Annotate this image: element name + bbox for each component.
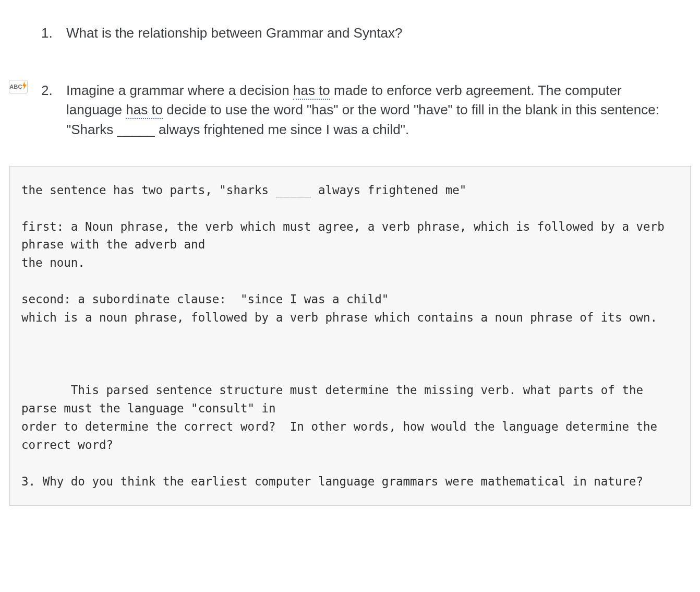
question-number-2: 2. bbox=[41, 81, 66, 101]
question-2: ABC 2. Imagine a grammar where a decisio… bbox=[41, 81, 691, 140]
lightning-icon bbox=[22, 81, 27, 91]
badge-label: ABC bbox=[9, 84, 22, 90]
code-block: the sentence has two parts, "sharks ____… bbox=[9, 166, 691, 506]
spellcheck-badge[interactable]: ABC bbox=[9, 80, 28, 93]
question-number-1: 1. bbox=[41, 23, 66, 43]
ambiguous-phrase-2: has to bbox=[126, 102, 163, 119]
fill-blank: _____ bbox=[117, 122, 154, 137]
question-1: 1. What is the relationship between Gram… bbox=[41, 23, 691, 43]
question-text-2: Imagine a grammar where a decision has t… bbox=[66, 81, 661, 140]
question-text-1: What is the relationship between Grammar… bbox=[66, 23, 403, 43]
ambiguous-phrase-1: has to bbox=[293, 82, 330, 100]
